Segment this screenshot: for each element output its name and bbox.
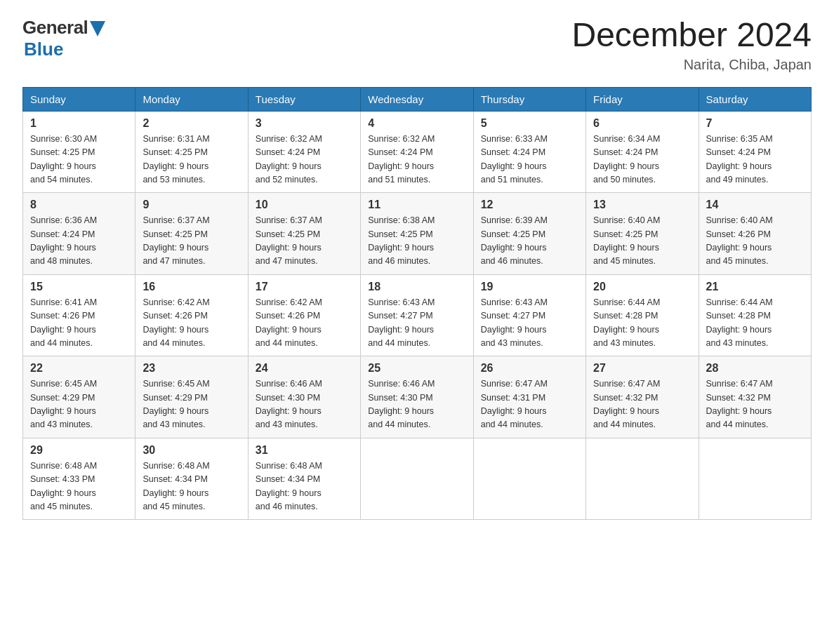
day-number: 16 (143, 281, 240, 293)
calendar-cell: 3 Sunrise: 6:32 AMSunset: 4:24 PMDayligh… (248, 111, 360, 193)
day-info: Sunrise: 6:47 AMSunset: 4:32 PMDaylight:… (706, 379, 773, 429)
day-info: Sunrise: 6:46 AMSunset: 4:30 PMDaylight:… (368, 379, 435, 429)
page-header: General Blue December 2024 Narita, Chiba… (22, 17, 812, 73)
day-info: Sunrise: 6:36 AMSunset: 4:24 PMDaylight:… (30, 215, 97, 266)
day-number: 21 (706, 281, 804, 293)
day-number: 27 (593, 362, 691, 375)
day-number: 26 (481, 362, 578, 375)
location: Narita, Chiba, Japan (571, 57, 812, 73)
day-info: Sunrise: 6:38 AMSunset: 4:25 PMDaylight:… (368, 215, 435, 266)
calendar-cell: 27 Sunrise: 6:47 AMSunset: 4:32 PMDaylig… (586, 356, 699, 438)
day-info: Sunrise: 6:47 AMSunset: 4:32 PMDaylight:… (593, 379, 660, 429)
day-info: Sunrise: 6:48 AMSunset: 4:33 PMDaylight:… (30, 461, 97, 511)
day-number: 30 (143, 444, 240, 457)
calendar-cell (586, 438, 699, 520)
calendar-cell: 26 Sunrise: 6:47 AMSunset: 4:31 PMDaylig… (473, 356, 585, 438)
calendar-table: SundayMondayTuesdayWednesdayThursdayFrid… (22, 87, 812, 521)
weekday-header: Monday (135, 87, 248, 111)
calendar-cell: 14 Sunrise: 6:40 AMSunset: 4:26 PMDaylig… (699, 193, 811, 275)
title-area: December 2024 Narita, Chiba, Japan (571, 17, 812, 73)
day-info: Sunrise: 6:43 AMSunset: 4:27 PMDaylight:… (368, 297, 435, 348)
day-info: Sunrise: 6:42 AMSunset: 4:26 PMDaylight:… (256, 297, 322, 348)
day-number: 15 (30, 281, 128, 293)
day-info: Sunrise: 6:32 AMSunset: 4:24 PMDaylight:… (368, 134, 435, 185)
day-info: Sunrise: 6:39 AMSunset: 4:25 PMDaylight:… (481, 215, 548, 266)
calendar-cell: 25 Sunrise: 6:46 AMSunset: 4:30 PMDaylig… (361, 356, 473, 438)
day-number: 24 (256, 362, 353, 375)
day-info: Sunrise: 6:43 AMSunset: 4:27 PMDaylight:… (481, 297, 548, 348)
logo-triangle-icon (90, 21, 105, 36)
day-number: 17 (256, 281, 353, 293)
calendar-cell: 21 Sunrise: 6:44 AMSunset: 4:28 PMDaylig… (699, 274, 811, 356)
day-number: 5 (481, 117, 578, 130)
day-number: 12 (481, 199, 578, 211)
calendar-cell: 7 Sunrise: 6:35 AMSunset: 4:24 PMDayligh… (699, 111, 811, 193)
calendar-cell: 31 Sunrise: 6:48 AMSunset: 4:34 PMDaylig… (248, 438, 360, 520)
weekday-header: Saturday (699, 87, 811, 111)
calendar-cell: 16 Sunrise: 6:42 AMSunset: 4:26 PMDaylig… (135, 274, 248, 356)
day-info: Sunrise: 6:31 AMSunset: 4:25 PMDaylight:… (143, 134, 209, 185)
day-info: Sunrise: 6:40 AMSunset: 4:26 PMDaylight:… (706, 215, 773, 266)
calendar-cell: 12 Sunrise: 6:39 AMSunset: 4:25 PMDaylig… (473, 193, 585, 275)
calendar-cell: 11 Sunrise: 6:38 AMSunset: 4:25 PMDaylig… (361, 193, 473, 275)
calendar-cell: 30 Sunrise: 6:48 AMSunset: 4:34 PMDaylig… (135, 438, 248, 520)
day-number: 25 (368, 362, 465, 375)
weekday-header: Sunday (23, 87, 135, 111)
day-info: Sunrise: 6:48 AMSunset: 4:34 PMDaylight:… (143, 461, 209, 511)
day-info: Sunrise: 6:37 AMSunset: 4:25 PMDaylight:… (256, 215, 322, 266)
day-number: 4 (368, 117, 465, 130)
calendar-cell: 17 Sunrise: 6:42 AMSunset: 4:26 PMDaylig… (248, 274, 360, 356)
day-info: Sunrise: 6:46 AMSunset: 4:30 PMDaylight:… (256, 379, 322, 429)
calendar-cell: 22 Sunrise: 6:45 AMSunset: 4:29 PMDaylig… (23, 356, 135, 438)
calendar-cell: 23 Sunrise: 6:45 AMSunset: 4:29 PMDaylig… (135, 356, 248, 438)
day-info: Sunrise: 6:44 AMSunset: 4:28 PMDaylight:… (706, 297, 773, 348)
day-info: Sunrise: 6:30 AMSunset: 4:25 PMDaylight:… (30, 134, 97, 185)
weekday-header: Thursday (473, 87, 585, 111)
day-number: 11 (368, 199, 465, 211)
day-number: 10 (256, 199, 353, 211)
day-number: 7 (706, 117, 804, 130)
calendar-cell: 28 Sunrise: 6:47 AMSunset: 4:32 PMDaylig… (699, 356, 811, 438)
day-info: Sunrise: 6:32 AMSunset: 4:24 PMDaylight:… (256, 134, 322, 185)
weekday-header: Wednesday (361, 87, 473, 111)
logo: General Blue (22, 17, 105, 60)
day-number: 22 (30, 362, 128, 375)
svg-marker-0 (90, 21, 105, 36)
calendar-cell: 6 Sunrise: 6:34 AMSunset: 4:24 PMDayligh… (586, 111, 699, 193)
calendar-cell: 1 Sunrise: 6:30 AMSunset: 4:25 PMDayligh… (23, 111, 135, 193)
day-number: 31 (256, 444, 353, 457)
day-info: Sunrise: 6:34 AMSunset: 4:24 PMDaylight:… (593, 134, 660, 185)
day-number: 23 (143, 362, 240, 375)
day-info: Sunrise: 6:44 AMSunset: 4:28 PMDaylight:… (593, 297, 660, 348)
day-number: 8 (30, 199, 128, 211)
weekday-header: Friday (586, 87, 699, 111)
day-info: Sunrise: 6:48 AMSunset: 4:34 PMDaylight:… (256, 461, 322, 511)
day-info: Sunrise: 6:40 AMSunset: 4:25 PMDaylight:… (593, 215, 660, 266)
calendar-cell (473, 438, 585, 520)
day-info: Sunrise: 6:47 AMSunset: 4:31 PMDaylight:… (481, 379, 548, 429)
calendar-cell: 29 Sunrise: 6:48 AMSunset: 4:33 PMDaylig… (23, 438, 135, 520)
day-info: Sunrise: 6:45 AMSunset: 4:29 PMDaylight:… (30, 379, 97, 429)
calendar-cell (699, 438, 811, 520)
calendar-cell: 24 Sunrise: 6:46 AMSunset: 4:30 PMDaylig… (248, 356, 360, 438)
calendar-cell: 20 Sunrise: 6:44 AMSunset: 4:28 PMDaylig… (586, 274, 699, 356)
calendar-header: SundayMondayTuesdayWednesdayThursdayFrid… (23, 87, 812, 111)
day-info: Sunrise: 6:37 AMSunset: 4:25 PMDaylight:… (143, 215, 209, 266)
day-number: 19 (481, 281, 578, 293)
month-title: December 2024 (571, 17, 812, 54)
day-number: 14 (706, 199, 804, 211)
calendar-cell: 13 Sunrise: 6:40 AMSunset: 4:25 PMDaylig… (586, 193, 699, 275)
day-number: 2 (143, 117, 240, 130)
day-number: 13 (593, 199, 691, 211)
day-number: 18 (368, 281, 465, 293)
day-info: Sunrise: 6:41 AMSunset: 4:26 PMDaylight:… (30, 297, 97, 348)
day-number: 9 (143, 199, 240, 211)
day-number: 6 (593, 117, 691, 130)
day-number: 3 (256, 117, 353, 130)
calendar-cell: 15 Sunrise: 6:41 AMSunset: 4:26 PMDaylig… (23, 274, 135, 356)
calendar-cell (361, 438, 473, 520)
calendar-body: 1 Sunrise: 6:30 AMSunset: 4:25 PMDayligh… (23, 111, 812, 520)
day-number: 1 (30, 117, 128, 130)
calendar-cell: 4 Sunrise: 6:32 AMSunset: 4:24 PMDayligh… (361, 111, 473, 193)
logo-general-text: General (22, 17, 88, 39)
